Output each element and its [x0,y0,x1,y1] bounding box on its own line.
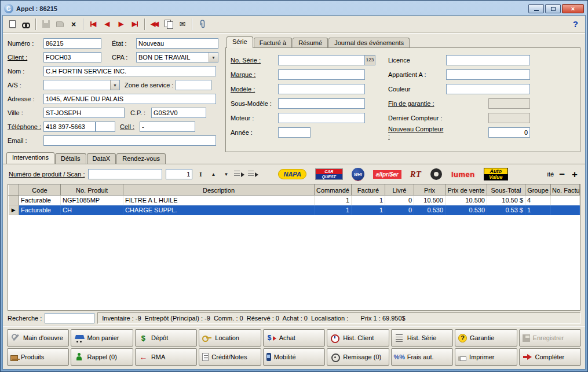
napa-logo[interactable]: NAPA [278,169,306,179]
depot-button[interactable]: Dépôt [135,329,197,347]
tab-interventions[interactable]: Interventions [6,152,54,164]
cell-label[interactable]: Cell : [120,123,140,130]
col-prix-vente[interactable]: Prix de vente [445,185,487,196]
fin-garantie-label[interactable]: Fin de garantie : [388,100,446,107]
licence-field[interactable] [446,55,530,65]
next-record-button[interactable]: ▶ [114,17,128,31]
copy-button[interactable] [162,17,176,31]
zone-field[interactable] [176,80,211,90]
cp-field[interactable] [151,108,206,118]
product-scan-input[interactable] [88,169,162,179]
tab-details[interactable]: Détails [55,153,86,164]
close-button[interactable]: × [562,4,584,13]
tab-serie[interactable]: Série [227,36,253,48]
location-button[interactable]: Location [199,329,261,347]
scan-label[interactable]: Numéro de produit / Scan : [9,171,85,178]
moteur-field[interactable] [278,113,365,123]
move-down-icon[interactable]: ▼ [221,170,231,179]
ville-field[interactable] [43,108,125,118]
no-serie-label[interactable]: No. Série : [231,57,278,64]
no-serie-field[interactable] [278,55,365,65]
decrease-button[interactable]: − [557,170,567,179]
col-sous-total[interactable]: Sous-Total [487,185,525,196]
rma-button[interactable]: RMA [135,348,197,366]
col-description[interactable]: Description [123,185,315,196]
produits-button[interactable]: Produits [7,348,69,366]
save-button-toolbar[interactable] [39,17,53,31]
col-code[interactable]: Code [19,185,61,196]
tab-datax[interactable]: DataX [87,153,116,164]
allpriser-logo[interactable]: allpri$er [373,170,401,179]
nom-field[interactable] [43,66,216,76]
sous-modele-field[interactable] [278,98,365,109]
numero-field[interactable] [43,38,101,49]
search-button[interactable] [19,17,33,31]
table-row[interactable]: Facturable NGF1085MP FILTRE A L HUILE 1 … [9,196,580,205]
table-row-selected[interactable]: ▶ Facturable CH CHARGE SUPPL. 1 1 0 0.53… [9,205,580,215]
autovalue-logo[interactable]: Auto Value [484,168,508,181]
minimize-button[interactable] [528,4,544,13]
maximize-button[interactable] [545,4,561,13]
col-no-produit[interactable]: No. Produit [61,185,123,196]
export-button[interactable] [53,17,67,31]
tab-facture-a[interactable]: Facturé à [254,38,292,48]
col-groupe[interactable]: Groupe [525,185,551,196]
new-button[interactable] [5,17,19,31]
rt-logo[interactable]: RT [410,170,421,179]
chevron-down-icon[interactable]: ▼ [110,80,119,90]
col-no-facture[interactable]: No. Facture [551,185,580,196]
col-selector[interactable] [9,185,19,196]
delete-button[interactable]: × [67,17,81,31]
lumen-logo[interactable]: lumen [451,170,475,179]
main-doeuvre-button[interactable]: Main d'oeuvre [7,329,69,347]
col-prix[interactable]: Prix [414,185,445,196]
col-commande[interactable]: Commandé [315,185,352,196]
col-livre[interactable]: Livré [385,185,414,196]
as-dropdown[interactable]: ▼ [43,80,120,90]
rappel-button[interactable]: Rappel (0) [71,348,133,366]
first-record-button[interactable]: ◀ [86,17,100,31]
last-record-button[interactable]: ▶ [128,17,142,31]
imprimer-button[interactable]: Imprimer [455,348,517,366]
serial-lookup-button[interactable]: 123 [365,55,375,65]
remisage-button[interactable]: Remisage (0) [327,348,389,366]
garantie-button[interactable]: Garantie [455,329,517,347]
hist-client-button[interactable]: Hist. Client [327,329,389,347]
previous-record-button[interactable]: ◀ [100,17,114,31]
carquest-logo[interactable]: CAR QUEST [315,168,343,180]
email-field[interactable] [43,135,216,146]
transfer-row-icon[interactable] [248,170,258,178]
frais-aut-button[interactable]: %%Frais aut. [391,348,453,366]
cpa-dropdown[interactable]: BON DE TRAVAIL ▼ [136,52,218,62]
move-up-icon[interactable]: ▲ [209,170,218,179]
increase-button[interactable]: + [570,170,579,179]
annee-field[interactable] [278,127,311,138]
client-label[interactable]: Client : [8,54,43,61]
tab-rendez-vous[interactable]: Rendez-vous [116,153,166,164]
telephone-ext-field[interactable] [96,121,115,132]
telephone-label[interactable]: Téléphone : [8,123,43,130]
help-button[interactable]: ? [573,19,578,29]
chevron-down-icon[interactable]: ▼ [209,53,218,62]
telephone-field[interactable] [43,121,96,132]
attachment-button[interactable] [195,17,209,31]
appartient-field[interactable] [446,69,530,80]
whi-logo[interactable]: WHI [352,168,364,181]
col-facture[interactable]: Facturé [352,185,385,196]
titlebar[interactable]: G Appel : 86215 × [2,2,586,15]
client-field[interactable] [43,52,101,62]
insert-row-icon[interactable] [234,170,244,178]
modele-field[interactable] [278,84,365,94]
cell-field[interactable] [140,121,195,132]
etat-field[interactable] [136,38,218,49]
marque-field[interactable] [278,69,365,80]
mobilite-button[interactable]: Mobilité [263,348,325,366]
quantity-field[interactable] [166,169,192,179]
email-button[interactable]: ✉ [176,17,189,31]
tab-resume[interactable]: Résumé [293,38,328,48]
gear-logo[interactable] [430,168,443,181]
completer-button[interactable]: Compléter [519,348,581,366]
previous-call-button[interactable]: ◀◀ [148,17,162,31]
adresse-field[interactable] [43,94,216,104]
achat-button[interactable]: Achat [263,329,325,347]
